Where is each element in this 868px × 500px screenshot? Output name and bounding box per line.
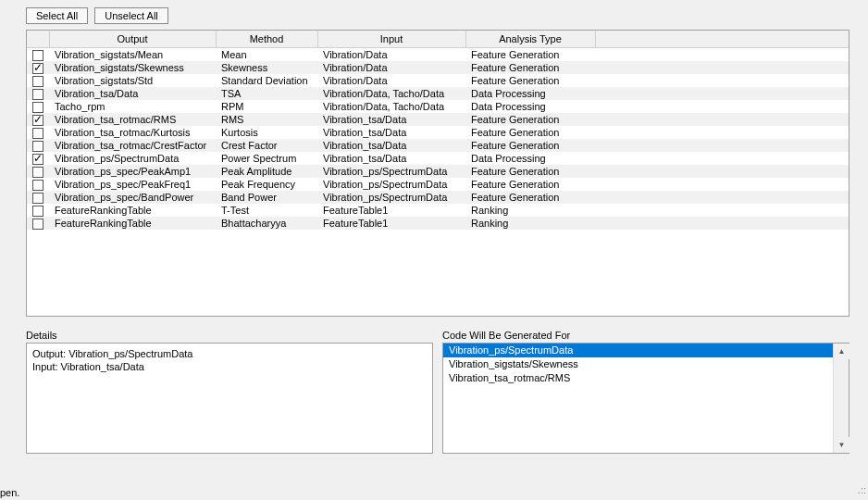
codegen-listbox[interactable]: Vibration_ps/SpectrumDataVibration_sigst… — [443, 344, 833, 453]
table-row[interactable]: Vibration_ps_spec/PeakFreq1Peak Frequenc… — [27, 178, 849, 191]
cell-output: Tacho_rpm — [49, 100, 216, 113]
cell-type: Feature Generation — [465, 139, 595, 152]
cell-type: Feature Generation — [465, 126, 595, 139]
codegen-label: Code Will Be Generated For — [442, 330, 849, 341]
table-row[interactable]: Tacho_rpmRPMVibration/Data, Tacho/DataDa… — [27, 100, 849, 113]
row-checkbox[interactable] — [32, 89, 43, 100]
cell-type: Data Processing — [465, 100, 595, 113]
details-box: Output: Vibration_ps/SpectrumData Input:… — [26, 343, 433, 454]
list-item[interactable]: Vibration_sigstats/Skewness — [443, 357, 833, 371]
row-checkbox[interactable] — [32, 50, 43, 61]
row-checkbox[interactable] — [32, 102, 43, 113]
details-input-line: Input: Vibration_tsa/Data — [32, 360, 427, 373]
cell-type: Feature Generation — [465, 191, 595, 204]
table-row[interactable]: Vibration_sigstats/StdStandard Deviation… — [27, 74, 849, 87]
cell-output: Vibration_ps_spec/BandPower — [49, 191, 216, 204]
cell-input: Vibration/Data — [317, 48, 465, 62]
cell-input: Vibration/Data, Tacho/Data — [317, 100, 465, 113]
cell-fill — [595, 191, 849, 204]
cell-method: Band Power — [216, 191, 317, 204]
cell-output: Vibration_tsa/Data — [49, 87, 216, 100]
cell-fill — [595, 152, 849, 165]
cell-method: Peak Frequency — [216, 178, 317, 191]
row-checkbox[interactable] — [32, 219, 43, 230]
cell-method: Skewness — [216, 61, 317, 74]
cell-input: Vibration_tsa/Data — [317, 113, 465, 126]
cell-input: Vibration_tsa/Data — [317, 126, 465, 139]
cell-type: Feature Generation — [465, 178, 595, 191]
table-row[interactable]: Vibration_tsa_rotmac/KurtosisKurtosisVib… — [27, 126, 849, 139]
cell-fill — [595, 87, 849, 100]
cell-output: Vibration_tsa_rotmac/RMS — [49, 113, 216, 126]
cell-output: Vibration_sigstats/Mean — [49, 48, 216, 62]
cell-method: Kurtosis — [216, 126, 317, 139]
row-checkbox[interactable] — [32, 76, 43, 87]
table-row[interactable]: Vibration_ps_spec/PeakAmp1Peak Amplitude… — [27, 165, 849, 178]
cell-method: Bhattacharyya — [216, 217, 317, 230]
cell-output: Vibration_ps/SpectrumData — [49, 152, 216, 165]
row-checkbox[interactable] — [32, 115, 43, 126]
table-row[interactable]: Vibration_tsa_rotmac/CrestFactorCrest Fa… — [27, 139, 849, 152]
resize-grip-icon[interactable]: .:: — [855, 487, 866, 498]
select-all-button[interactable]: Select All — [26, 7, 88, 24]
table-row[interactable]: Vibration_tsa_rotmac/RMSRMSVibration_tsa… — [27, 113, 849, 126]
cell-type: Feature Generation — [465, 48, 595, 62]
cell-input: Vibration_tsa/Data — [317, 152, 465, 165]
header-input[interactable]: Input — [317, 31, 465, 48]
table-row[interactable]: Vibration_sigstats/SkewnessSkewnessVibra… — [27, 61, 849, 74]
cell-method: RMS — [216, 113, 317, 126]
feature-table-panel: Output Method Input Analysis Type Vibrat… — [26, 30, 849, 317]
row-checkbox[interactable] — [32, 141, 43, 152]
row-checkbox[interactable] — [32, 128, 43, 139]
header-method[interactable]: Method — [216, 31, 317, 48]
table-row[interactable]: FeatureRankingTableT-TestFeatureTable1Ra… — [27, 204, 849, 217]
cell-input: FeatureTable1 — [317, 217, 465, 230]
cell-fill — [595, 139, 849, 152]
row-checkbox[interactable] — [32, 167, 43, 178]
cell-input: Vibration/Data — [317, 61, 465, 74]
cell-method: T-Test — [216, 204, 317, 217]
feature-table: Output Method Input Analysis Type Vibrat… — [27, 31, 849, 230]
cell-fill — [595, 178, 849, 191]
cell-type: Data Processing — [465, 152, 595, 165]
cell-type: Ranking — [465, 204, 595, 217]
cell-type: Feature Generation — [465, 74, 595, 87]
scroll-up-icon[interactable]: ▲ — [834, 344, 849, 359]
cell-method: RPM — [216, 100, 317, 113]
cell-method: Peak Amplitude — [216, 165, 317, 178]
scroll-down-icon[interactable]: ▼ — [834, 437, 849, 453]
cell-input: Vibration/Data — [317, 74, 465, 87]
row-checkbox[interactable] — [32, 63, 43, 74]
unselect-all-button[interactable]: Unselect All — [94, 7, 167, 24]
table-row[interactable]: Vibration_sigstats/MeanMeanVibration/Dat… — [27, 48, 849, 62]
cell-input: FeatureTable1 — [317, 204, 465, 217]
header-analysis-type[interactable]: Analysis Type — [465, 31, 595, 48]
header-check — [27, 31, 49, 48]
cell-input: Vibration_ps/SpectrumData — [317, 165, 465, 178]
cell-input: Vibration_ps/SpectrumData — [317, 178, 465, 191]
cell-input: Vibration_ps/SpectrumData — [317, 191, 465, 204]
table-row[interactable]: FeatureRankingTableBhattacharyyaFeatureT… — [27, 217, 849, 230]
row-checkbox[interactable] — [32, 154, 43, 165]
row-checkbox[interactable] — [32, 206, 43, 217]
row-checkbox[interactable] — [32, 180, 43, 191]
cell-fill — [595, 204, 849, 217]
cell-fill — [595, 126, 849, 139]
header-output[interactable]: Output — [49, 31, 216, 48]
row-checkbox[interactable] — [32, 193, 43, 204]
table-row[interactable]: Vibration_ps/SpectrumDataPower SpectrumV… — [27, 152, 849, 165]
list-item[interactable]: Vibration_ps/SpectrumData — [443, 344, 833, 357]
cell-output: Vibration_ps_spec/PeakAmp1 — [49, 165, 216, 178]
cell-fill — [595, 100, 849, 113]
cell-output: Vibration_sigstats/Skewness — [49, 61, 216, 74]
cell-fill — [595, 165, 849, 178]
table-row[interactable]: Vibration_tsa/DataTSAVibration/Data, Tac… — [27, 87, 849, 100]
list-item[interactable]: Vibration_tsa_rotmac/RMS — [443, 371, 833, 385]
table-row[interactable]: Vibration_ps_spec/BandPowerBand PowerVib… — [27, 191, 849, 204]
cell-type: Feature Generation — [465, 61, 595, 74]
cell-fill — [595, 217, 849, 230]
codegen-listbox-wrap: Vibration_ps/SpectrumDataVibration_sigst… — [442, 343, 849, 454]
cell-fill — [595, 113, 849, 126]
scrollbar[interactable]: ▲ ▼ — [833, 344, 849, 453]
cell-method: Standard Deviation — [216, 74, 317, 87]
